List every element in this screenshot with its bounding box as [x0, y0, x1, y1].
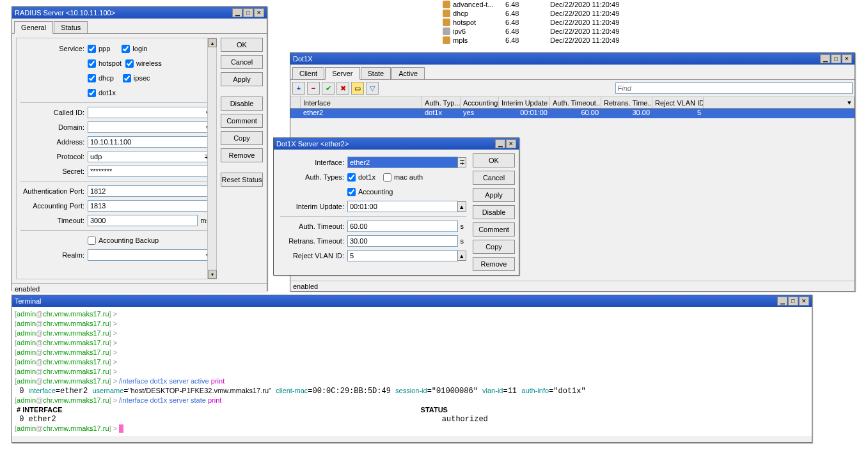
radius-title: RADIUS Server <10.10.11.100>	[15, 9, 115, 17]
maximize-icon[interactable]: □	[788, 297, 798, 306]
package-row[interactable]: dhcp6.48Dec/22/2020 11:20:49	[429, 9, 748, 18]
comment-button[interactable]: Comment	[473, 222, 515, 237]
hotspot-check[interactable]	[88, 59, 96, 68]
login-check[interactable]	[122, 45, 130, 53]
disable-button[interactable]: Disable	[221, 97, 263, 111]
dot1x-row[interactable]: ether2 dot1x yes 00:01:00 60.00 30.00 5	[290, 109, 855, 118]
tab-status[interactable]: Status	[54, 21, 88, 34]
radius-form: Service: ppp login hotspot wireless dhcp…	[16, 38, 217, 279]
radius-status: enabled	[15, 285, 40, 293]
spinner-icon[interactable]: ▴	[457, 201, 466, 212]
ppp-check[interactable]	[88, 45, 96, 53]
ok-button[interactable]: OK	[473, 153, 515, 167]
package-icon	[443, 27, 450, 35]
mac-auth-check[interactable]	[383, 173, 391, 182]
spinner-icon[interactable]: ▴	[457, 251, 466, 261]
tab-client[interactable]: Client	[292, 67, 324, 80]
acct-port-input[interactable]	[88, 200, 212, 212]
close-icon[interactable]: ✕	[842, 54, 852, 63]
col-acct[interactable]: Accounting	[461, 97, 499, 108]
col-interface[interactable]: Interface	[301, 97, 422, 108]
copy-button[interactable]: Copy	[473, 240, 515, 254]
minimize-icon[interactable]: ▁	[495, 139, 505, 148]
package-icon	[443, 10, 450, 17]
cancel-button[interactable]: Cancel	[473, 171, 515, 185]
col-reject[interactable]: Reject VLAN ID	[652, 97, 704, 108]
terminal-titlebar[interactable]: Terminal ▁ □ ✕	[12, 295, 812, 307]
interim-input[interactable]	[347, 201, 458, 212]
ipsec-check[interactable]	[123, 74, 131, 82]
disable-icon[interactable]: ✖	[336, 82, 349, 95]
minimize-icon[interactable]: ▁	[232, 8, 242, 17]
dhcp-check[interactable]	[88, 74, 96, 82]
ok-button[interactable]: OK	[221, 38, 263, 52]
apply-button[interactable]: Apply	[473, 188, 515, 202]
cancel-button[interactable]: Cancel	[221, 55, 263, 69]
maximize-icon[interactable]: □	[243, 8, 253, 17]
dropdown-icon[interactable]: ∓	[457, 157, 466, 167]
radius-scrollbar[interactable]: ▴ ▾	[207, 38, 216, 279]
reject-vlan-input[interactable]	[347, 250, 458, 261]
col-retrans[interactable]: Retrans. Time...	[601, 97, 652, 108]
tab-server[interactable]: Server	[325, 67, 359, 80]
package-row[interactable]: advanced-t...6.48Dec/22/2020 11:20:49	[429, 0, 748, 9]
package-list: advanced-t...6.48Dec/22/2020 11:20:49dhc…	[429, 0, 748, 45]
package-icon	[443, 1, 450, 8]
minimize-icon[interactable]: ▁	[820, 54, 830, 63]
dot1x-server-titlebar[interactable]: Dot1X Server <ether2> ▁ ✕	[274, 138, 519, 150]
enable-icon[interactable]: ✔	[322, 82, 335, 95]
close-icon[interactable]: ✕	[506, 139, 516, 148]
accounting-check[interactable]	[347, 188, 356, 196]
protocol-select[interactable]: udp∓	[88, 151, 212, 162]
wireless-check[interactable]	[125, 59, 134, 68]
tab-general[interactable]: General	[14, 21, 53, 34]
address-input[interactable]	[88, 136, 212, 148]
disable-button[interactable]: Disable	[473, 205, 515, 219]
interface-select[interactable]: ether2	[347, 157, 458, 168]
close-icon[interactable]: ✕	[799, 297, 809, 306]
minimize-icon[interactable]: ▁	[777, 297, 787, 306]
filter-icon[interactable]: ▽	[366, 82, 379, 95]
terminal-body[interactable]: [admin@chr.vmw.mmaks17.ru] > [admin@chr.…	[12, 307, 812, 436]
dot1x-type-check[interactable]	[347, 173, 356, 182]
scroll-up-icon[interactable]: ▴	[208, 38, 217, 47]
radius-tabs: General Status	[12, 19, 267, 34]
package-icon	[443, 19, 450, 26]
remove-icon[interactable]: −	[307, 82, 320, 95]
domain-input[interactable]: ▾	[88, 121, 212, 133]
realm-input[interactable]: ▾	[88, 249, 212, 261]
dot1x-titlebar[interactable]: Dot1X ▁ □ ✕	[290, 53, 855, 65]
remove-button[interactable]: Remove	[473, 257, 515, 271]
tab-active[interactable]: Active	[391, 67, 425, 80]
auth-timeout-input[interactable]	[347, 221, 458, 232]
radius-titlebar[interactable]: RADIUS Server <10.10.11.100> ▁ □ ✕	[12, 7, 267, 19]
retrans-timeout-input[interactable]	[347, 235, 458, 247]
package-row[interactable]: ipv66.48Dec/22/2020 11:20:49	[429, 27, 748, 36]
comment-button[interactable]: Comment	[221, 114, 263, 128]
called-id-input[interactable]: ▾	[88, 107, 212, 118]
maximize-icon[interactable]: □	[831, 54, 841, 63]
col-authto[interactable]: Auth. Timeout...	[550, 97, 601, 108]
col-dropdown-icon[interactable]: ▾	[704, 97, 855, 108]
find-input[interactable]	[615, 82, 853, 94]
remove-button[interactable]: Remove	[221, 148, 263, 162]
radius-window: RADIUS Server <10.10.11.100> ▁ □ ✕ Gener…	[12, 6, 267, 291]
dot1x-server-window: Dot1X Server <ether2> ▁ ✕ Interface:ethe…	[273, 137, 519, 275]
copy-button[interactable]: Copy	[221, 131, 263, 145]
dot1x-check[interactable]	[88, 89, 96, 97]
timeout-input[interactable]	[88, 215, 198, 226]
reset-status-button[interactable]: Reset Status	[221, 173, 263, 187]
col-authtyp[interactable]: Auth. Typ...	[422, 97, 461, 108]
package-row[interactable]: mpls6.48Dec/22/2020 11:20:49	[429, 36, 748, 45]
acct-backup-check[interactable]	[88, 237, 96, 245]
close-icon[interactable]: ✕	[254, 8, 264, 17]
apply-button[interactable]: Apply	[221, 72, 263, 86]
comment-icon[interactable]: ▭	[351, 82, 364, 95]
secret-input[interactable]	[88, 166, 212, 177]
tab-state[interactable]: State	[361, 67, 391, 80]
col-interim[interactable]: Interim Update	[499, 97, 550, 108]
scroll-down-icon[interactable]: ▾	[208, 270, 217, 279]
auth-port-input[interactable]	[88, 185, 212, 197]
package-row[interactable]: hotspot6.48Dec/22/2020 11:20:49	[429, 18, 748, 27]
add-icon[interactable]: +	[292, 82, 305, 95]
